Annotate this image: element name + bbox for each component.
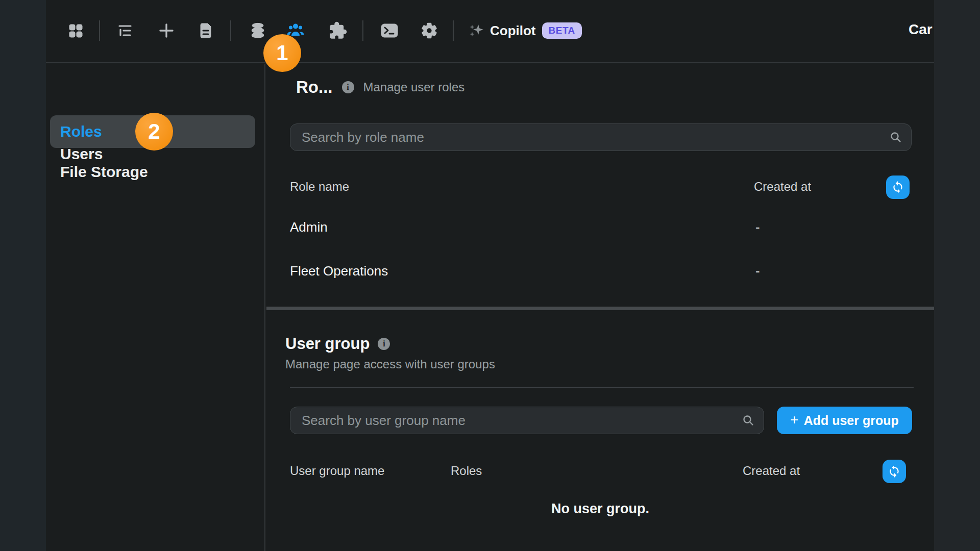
page-title: Ro... bbox=[296, 78, 333, 97]
apps-grid-icon bbox=[67, 22, 84, 39]
user-group-search-wrap bbox=[290, 407, 764, 434]
roles-col-created-at: Created at bbox=[754, 180, 811, 194]
sidebar-item-label: Roles bbox=[60, 123, 102, 140]
role-name-cell: Admin bbox=[290, 219, 328, 235]
apps-grid-button[interactable] bbox=[64, 19, 87, 42]
user-group-search-input[interactable] bbox=[290, 407, 764, 434]
add-user-group-button[interactable]: + Add user group bbox=[777, 407, 912, 434]
ug-col-created-at: Created at bbox=[743, 464, 800, 478]
terminal-console-icon bbox=[380, 22, 399, 39]
sidebar-item-file-storage[interactable]: File Storage bbox=[50, 156, 255, 188]
settings-gear-icon bbox=[420, 21, 438, 40]
app-window: Copilot BETA Car Users Roles File Storag… bbox=[46, 0, 934, 551]
copilot-label: Copilot bbox=[490, 23, 536, 39]
toolbar-divider bbox=[362, 20, 363, 41]
workspace-name-label[interactable]: Car bbox=[909, 21, 934, 40]
pages-document-icon bbox=[197, 22, 214, 39]
roles-info-icon[interactable]: i bbox=[342, 81, 354, 93]
component-tree-icon bbox=[116, 22, 134, 39]
user-group-subtitle: Manage page access with user groups bbox=[285, 357, 495, 371]
search-icon bbox=[742, 414, 755, 427]
main-content: Ro... i Manage user roles Role name Crea… bbox=[266, 64, 934, 551]
plugins-puzzle-icon bbox=[329, 21, 347, 40]
page-background-left bbox=[0, 0, 46, 551]
user-group-info-icon[interactable]: i bbox=[378, 338, 390, 350]
ug-col-roles: Roles bbox=[451, 464, 482, 478]
roles-title-row: Ro... i Manage user roles bbox=[296, 78, 464, 97]
role-search-input[interactable] bbox=[290, 123, 912, 151]
annotation-step-2-badge: 2 bbox=[135, 113, 173, 151]
plus-icon: + bbox=[790, 412, 798, 428]
roles-refresh-button[interactable] bbox=[886, 176, 910, 199]
user-group-refresh-button[interactable] bbox=[883, 460, 906, 483]
top-toolbar: Copilot BETA Car bbox=[46, 0, 934, 63]
plugins-puzzle-button[interactable] bbox=[327, 19, 349, 42]
insert-plus-icon bbox=[158, 22, 175, 39]
refresh-icon bbox=[888, 465, 901, 478]
annotation-step-1-badge: 1 bbox=[263, 34, 301, 72]
user-group-empty-state: No user group. bbox=[266, 501, 934, 517]
copilot-button[interactable]: Copilot BETA bbox=[469, 19, 582, 42]
ug-col-name: User group name bbox=[290, 464, 384, 478]
role-name-cell: Fleet Operations bbox=[290, 263, 388, 279]
user-group-title: User group bbox=[285, 335, 370, 353]
toolbar-divider bbox=[99, 20, 100, 41]
add-user-group-label: Add user group bbox=[804, 413, 899, 428]
sidebar-item-label: File Storage bbox=[60, 163, 148, 181]
settings-gear-button[interactable] bbox=[418, 19, 440, 42]
resources-database-icon bbox=[249, 21, 267, 40]
pages-document-button[interactable] bbox=[194, 19, 217, 42]
user-group-title-row: User group i bbox=[285, 335, 390, 353]
toolbar-divider bbox=[453, 20, 454, 41]
terminal-console-button[interactable] bbox=[378, 19, 401, 42]
component-tree-button[interactable] bbox=[114, 19, 136, 42]
roles-col-role-name: Role name bbox=[290, 180, 349, 194]
toolbar-divider bbox=[230, 20, 231, 41]
insert-plus-button[interactable] bbox=[155, 19, 178, 42]
copilot-beta-badge: BETA bbox=[542, 22, 582, 39]
user-group-divider-line bbox=[290, 387, 914, 388]
roles-subtitle: Manage user roles bbox=[363, 80, 465, 94]
section-divider bbox=[266, 307, 934, 310]
copilot-sparkle-icon bbox=[469, 23, 484, 38]
search-icon bbox=[889, 131, 902, 144]
role-search-wrap bbox=[290, 123, 912, 151]
refresh-icon bbox=[891, 181, 904, 194]
role-created-at-cell: - bbox=[755, 219, 760, 235]
role-created-at-cell: - bbox=[755, 263, 760, 279]
resources-database-button[interactable] bbox=[247, 19, 269, 42]
